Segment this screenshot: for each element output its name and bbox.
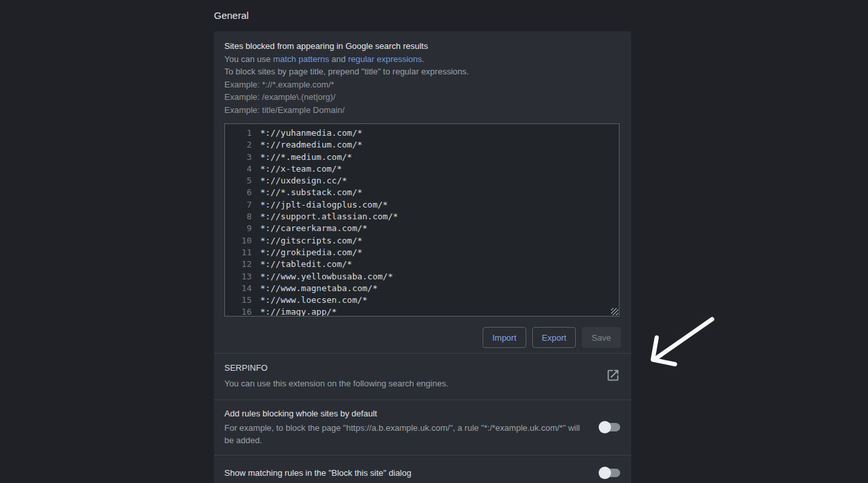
rule-text: *://grokipedia.com/* xyxy=(252,247,363,258)
line-number: 5 xyxy=(225,175,252,187)
rule-text: *://www.magnetaba.com/* xyxy=(252,283,378,294)
line-number: 3 xyxy=(225,151,252,163)
usage-prefix: You can use xyxy=(224,54,273,64)
serpinfo-text: SERPINFO You can use this extension on t… xyxy=(224,362,449,390)
editor-resize-handle[interactable] xyxy=(611,308,618,315)
editor-line: 13*://www.yellowbusaba.com/* xyxy=(225,271,619,283)
example-line-2: Example: /example\.(net|org)/ xyxy=(224,91,621,104)
page-title: General xyxy=(214,10,631,21)
editor-line: 11*://grokipedia.com/* xyxy=(225,247,619,258)
block-whole-sites-toggle[interactable] xyxy=(599,421,621,433)
rules-button-row: Import Export Save xyxy=(224,327,621,348)
options-page: General Sites blocked from appearing in … xyxy=(0,0,868,483)
line-number: 8 xyxy=(225,211,252,223)
line-number: 2 xyxy=(225,139,252,151)
rule-text: *://uxdesign.cc/* xyxy=(252,175,347,187)
serpinfo-open-button[interactable] xyxy=(605,368,621,384)
example-line-1: Example: *://*.example.com/* xyxy=(224,78,621,91)
line-number: 13 xyxy=(225,271,252,283)
editor-line: 9*://careerkarma.com/* xyxy=(225,223,619,234)
blocked-sites-section: Sites blocked from appearing in Google s… xyxy=(214,31,631,353)
editor-lines: 1*://yuhanmedia.com/*2*://readmedium.com… xyxy=(225,127,619,317)
editor-line: 16*://imagy.app/* xyxy=(225,306,619,317)
rule-text: *://www.loecsen.com/* xyxy=(252,294,367,306)
line-number: 1 xyxy=(225,127,252,139)
export-button[interactable]: Export xyxy=(532,327,576,348)
editor-line: 5*://uxdesign.cc/* xyxy=(225,175,619,187)
toggle-knob xyxy=(599,421,611,433)
editor-line: 15*://www.loecsen.com/* xyxy=(225,294,619,306)
show-matching-rules-toggle[interactable] xyxy=(599,467,621,479)
rule-text: *://imagy.app/* xyxy=(252,306,337,317)
usage-suffix: . xyxy=(422,54,425,64)
match-patterns-link[interactable]: match patterns xyxy=(273,54,329,64)
import-button[interactable]: Import xyxy=(483,327,526,348)
usage-line: You can use match patterns and regular e… xyxy=(224,53,621,66)
line-number: 9 xyxy=(225,223,252,234)
line-number: 12 xyxy=(225,258,252,270)
rule-text: *://readmedium.com/* xyxy=(252,139,363,151)
blocked-sites-title: Sites blocked from appearing in Google s… xyxy=(224,40,621,53)
line-number: 15 xyxy=(225,294,252,306)
usage-middle: and xyxy=(329,54,348,64)
rule-text: *://careerkarma.com/* xyxy=(252,223,367,234)
editor-line: 7*://jplt-dialogplus.com/* xyxy=(225,199,619,211)
rule-text: *://yuhanmedia.com/* xyxy=(252,127,363,139)
general-settings-card: Sites blocked from appearing in Google s… xyxy=(214,31,631,483)
open-in-new-icon xyxy=(606,368,620,384)
editor-line: 14*://www.magnetaba.com/* xyxy=(225,283,619,294)
editor-line: 6*://*.substack.com/* xyxy=(225,187,619,198)
block-whole-sites-description: For example, to block the page "https://… xyxy=(224,422,590,447)
editor-line: 8*://support.atlassian.com/* xyxy=(225,211,619,223)
line-number: 16 xyxy=(225,306,252,317)
rule-text: *://jplt-dialogplus.com/* xyxy=(252,199,388,211)
line-number: 4 xyxy=(225,163,252,175)
block-whole-sites-title: Add rules blocking whole sites by defaul… xyxy=(224,408,590,419)
show-matching-rules-text: Show matching rules in the "Block this s… xyxy=(224,467,412,478)
title-hint-line: To block sites by page title, prepend "t… xyxy=(224,65,621,78)
line-number: 11 xyxy=(225,247,252,258)
save-button[interactable]: Save xyxy=(582,327,621,348)
editor-line: 4*://x-team.com/* xyxy=(225,163,619,175)
rule-text: *://*.medium.com/* xyxy=(252,151,352,163)
blocked-rules-editor[interactable]: 1*://yuhanmedia.com/*2*://readmedium.com… xyxy=(224,123,620,317)
example-line-3: Example: title/Example Domain/ xyxy=(224,104,621,117)
block-whole-sites-text: Add rules blocking whole sites by defaul… xyxy=(224,408,590,447)
rule-text: *://x-team.com/* xyxy=(252,163,342,175)
serpinfo-section: SERPINFO You can use this extension on t… xyxy=(214,354,631,399)
rule-text: *://*.substack.com/* xyxy=(252,187,363,198)
serpinfo-description: You can use this extension on the follow… xyxy=(224,377,449,390)
line-number: 7 xyxy=(225,199,252,211)
editor-line: 2*://readmedium.com/* xyxy=(225,139,619,151)
block-whole-sites-row: Add rules blocking whole sites by defaul… xyxy=(214,400,631,455)
regular-expressions-link[interactable]: regular expressions xyxy=(348,54,422,64)
line-number: 14 xyxy=(225,283,252,294)
show-matching-rules-title: Show matching rules in the "Block this s… xyxy=(224,467,412,478)
rule-text: *://gitscripts.com/* xyxy=(252,235,363,247)
editor-line: 12*://tabledit.com/* xyxy=(225,258,619,270)
rule-text: *://support.atlassian.com/* xyxy=(252,211,398,223)
line-number: 6 xyxy=(225,187,252,198)
show-matching-rules-row: Show matching rules in the "Block this s… xyxy=(214,456,631,483)
line-number: 10 xyxy=(225,235,252,247)
serpinfo-title: SERPINFO xyxy=(224,362,449,373)
editor-line: 10*://gitscripts.com/* xyxy=(225,235,619,247)
editor-line: 3*://*.medium.com/* xyxy=(225,151,619,163)
rule-text: *://tabledit.com/* xyxy=(252,258,352,270)
rule-text: *://www.yellowbusaba.com/* xyxy=(252,271,393,283)
toggle-knob xyxy=(599,467,611,479)
editor-line: 1*://yuhanmedia.com/* xyxy=(225,127,619,139)
settings-content: General Sites blocked from appearing in … xyxy=(214,0,631,483)
